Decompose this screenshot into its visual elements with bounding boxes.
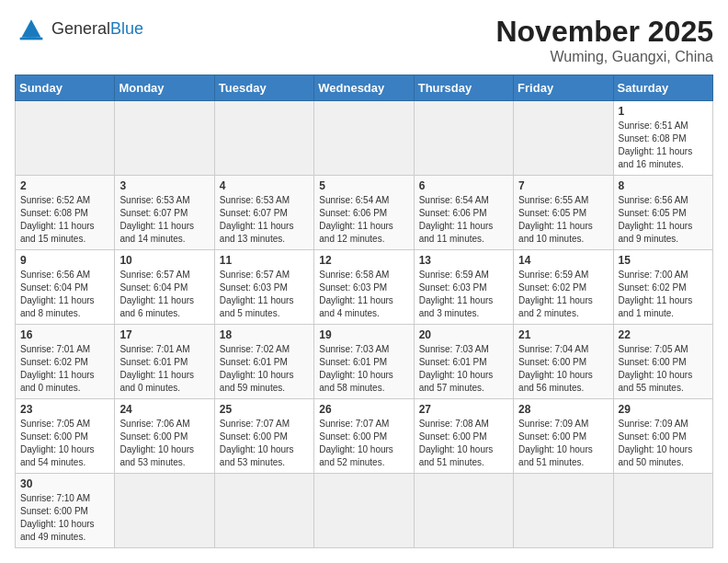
calendar-cell: 30Sunrise: 7:10 AMSunset: 6:00 PMDayligh… bbox=[16, 474, 115, 548]
day-info: Sunrise: 7:03 AMSunset: 6:01 PMDaylight:… bbox=[319, 343, 408, 395]
logo: GeneralBlue bbox=[15, 15, 143, 42]
day-info: Sunrise: 7:09 AMSunset: 6:00 PMDaylight:… bbox=[619, 418, 708, 469]
calendar-cell bbox=[214, 474, 313, 548]
day-info: Sunrise: 7:01 AMSunset: 6:02 PMDaylight:… bbox=[20, 343, 109, 395]
day-number: 12 bbox=[319, 254, 408, 267]
calendar-cell: 28Sunrise: 7:09 AMSunset: 6:00 PMDayligh… bbox=[514, 399, 613, 474]
day-info: Sunrise: 6:54 AMSunset: 6:06 PMDaylight:… bbox=[419, 194, 508, 246]
calendar-cell bbox=[514, 101, 613, 176]
day-number: 8 bbox=[619, 179, 708, 192]
day-number: 1 bbox=[619, 105, 708, 118]
day-number: 4 bbox=[220, 179, 309, 192]
week-row-1: 2Sunrise: 6:52 AMSunset: 6:08 PMDaylight… bbox=[16, 176, 713, 250]
day-number: 11 bbox=[220, 254, 309, 267]
calendar-cell: 24Sunrise: 7:06 AMSunset: 6:00 PMDayligh… bbox=[115, 399, 214, 474]
day-info: Sunrise: 7:10 AMSunset: 6:00 PMDaylight:… bbox=[20, 492, 109, 544]
calendar-cell: 20Sunrise: 7:03 AMSunset: 6:01 PMDayligh… bbox=[414, 325, 513, 399]
calendar-cell: 15Sunrise: 7:00 AMSunset: 6:02 PMDayligh… bbox=[613, 250, 712, 325]
day-number: 19 bbox=[319, 328, 408, 341]
day-number: 23 bbox=[20, 403, 109, 416]
day-info: Sunrise: 7:05 AMSunset: 6:00 PMDaylight:… bbox=[619, 343, 708, 395]
day-info: Sunrise: 7:05 AMSunset: 6:00 PMDaylight:… bbox=[20, 418, 109, 469]
day-number: 17 bbox=[119, 328, 209, 341]
calendar-cell: 23Sunrise: 7:05 AMSunset: 6:00 PMDayligh… bbox=[16, 399, 115, 474]
logo-text: GeneralBlue bbox=[51, 20, 143, 37]
day-number: 18 bbox=[220, 328, 309, 341]
calendar-cell: 10Sunrise: 6:57 AMSunset: 6:04 PMDayligh… bbox=[115, 250, 214, 325]
day-info: Sunrise: 7:06 AMSunset: 6:00 PMDaylight:… bbox=[119, 418, 209, 469]
calendar-cell bbox=[514, 474, 613, 548]
day-info: Sunrise: 7:03 AMSunset: 6:01 PMDaylight:… bbox=[419, 343, 508, 395]
calendar-cell: 19Sunrise: 7:03 AMSunset: 6:01 PMDayligh… bbox=[314, 325, 414, 399]
week-row-3: 16Sunrise: 7:01 AMSunset: 6:02 PMDayligh… bbox=[16, 325, 713, 399]
day-number: 5 bbox=[319, 179, 408, 192]
weekday-header-thursday: Thursday bbox=[414, 75, 513, 101]
calendar-cell: 22Sunrise: 7:05 AMSunset: 6:00 PMDayligh… bbox=[613, 325, 712, 399]
calendar-cell bbox=[314, 101, 414, 176]
day-info: Sunrise: 7:01 AMSunset: 6:01 PMDaylight:… bbox=[119, 343, 209, 395]
calendar-cell: 14Sunrise: 6:59 AMSunset: 6:02 PMDayligh… bbox=[514, 250, 613, 325]
calendar-cell: 8Sunrise: 6:56 AMSunset: 6:05 PMDaylight… bbox=[613, 176, 712, 250]
weekday-header-wednesday: Wednesday bbox=[314, 75, 414, 101]
calendar-cell: 11Sunrise: 6:57 AMSunset: 6:03 PMDayligh… bbox=[214, 250, 313, 325]
week-row-5: 30Sunrise: 7:10 AMSunset: 6:00 PMDayligh… bbox=[16, 474, 713, 548]
day-info: Sunrise: 7:07 AMSunset: 6:00 PMDaylight:… bbox=[319, 418, 408, 469]
calendar-cell bbox=[115, 101, 214, 176]
day-info: Sunrise: 6:57 AMSunset: 6:04 PMDaylight:… bbox=[119, 269, 209, 320]
weekday-header-monday: Monday bbox=[115, 75, 214, 101]
day-info: Sunrise: 7:04 AMSunset: 6:00 PMDaylight:… bbox=[518, 343, 608, 395]
day-number: 25 bbox=[220, 403, 309, 416]
calendar-cell: 29Sunrise: 7:09 AMSunset: 6:00 PMDayligh… bbox=[613, 399, 712, 474]
location-title: Wuming, Guangxi, China bbox=[495, 49, 713, 65]
calendar-cell bbox=[613, 474, 712, 548]
title-area: November 2025 Wuming, Guangxi, China bbox=[495, 15, 713, 65]
weekday-header-saturday: Saturday bbox=[613, 75, 712, 101]
day-number: 28 bbox=[518, 403, 608, 416]
calendar-cell: 18Sunrise: 7:02 AMSunset: 6:01 PMDayligh… bbox=[214, 325, 313, 399]
day-number: 24 bbox=[119, 403, 209, 416]
day-number: 14 bbox=[518, 254, 608, 267]
day-number: 22 bbox=[619, 328, 708, 341]
calendar-cell: 5Sunrise: 6:54 AMSunset: 6:06 PMDaylight… bbox=[314, 176, 414, 250]
calendar-cell: 16Sunrise: 7:01 AMSunset: 6:02 PMDayligh… bbox=[16, 325, 115, 399]
page-header: GeneralBlue November 2025 Wuming, Guangx… bbox=[15, 15, 713, 65]
weekday-header-sunday: Sunday bbox=[16, 75, 115, 101]
calendar-cell bbox=[414, 101, 513, 176]
logo-icon bbox=[15, 15, 48, 42]
calendar-cell: 2Sunrise: 6:52 AMSunset: 6:08 PMDaylight… bbox=[16, 176, 115, 250]
day-number: 9 bbox=[20, 254, 109, 267]
day-number: 6 bbox=[419, 179, 508, 192]
day-info: Sunrise: 7:08 AMSunset: 6:00 PMDaylight:… bbox=[419, 418, 508, 469]
calendar-cell: 21Sunrise: 7:04 AMSunset: 6:00 PMDayligh… bbox=[514, 325, 613, 399]
calendar-cell bbox=[414, 474, 513, 548]
calendar-cell: 9Sunrise: 6:56 AMSunset: 6:04 PMDaylight… bbox=[16, 250, 115, 325]
day-info: Sunrise: 6:59 AMSunset: 6:02 PMDaylight:… bbox=[518, 269, 608, 320]
week-row-4: 23Sunrise: 7:05 AMSunset: 6:00 PMDayligh… bbox=[16, 399, 713, 474]
calendar-table: SundayMondayTuesdayWednesdayThursdayFrid… bbox=[15, 75, 713, 548]
day-info: Sunrise: 6:57 AMSunset: 6:03 PMDaylight:… bbox=[220, 269, 309, 320]
calendar-cell: 1Sunrise: 6:51 AMSunset: 6:08 PMDaylight… bbox=[613, 101, 712, 176]
day-info: Sunrise: 6:51 AMSunset: 6:08 PMDaylight:… bbox=[619, 120, 708, 171]
day-number: 7 bbox=[518, 179, 608, 192]
day-info: Sunrise: 7:09 AMSunset: 6:00 PMDaylight:… bbox=[518, 418, 608, 469]
day-number: 29 bbox=[619, 403, 708, 416]
day-number: 26 bbox=[319, 403, 408, 416]
week-row-0: 1Sunrise: 6:51 AMSunset: 6:08 PMDaylight… bbox=[16, 101, 713, 176]
calendar-cell: 12Sunrise: 6:58 AMSunset: 6:03 PMDayligh… bbox=[314, 250, 414, 325]
day-info: Sunrise: 6:58 AMSunset: 6:03 PMDaylight:… bbox=[319, 269, 408, 320]
calendar-cell: 4Sunrise: 6:53 AMSunset: 6:07 PMDaylight… bbox=[214, 176, 313, 250]
day-number: 21 bbox=[518, 328, 608, 341]
calendar-cell bbox=[115, 474, 214, 548]
calendar-cell: 27Sunrise: 7:08 AMSunset: 6:00 PMDayligh… bbox=[414, 399, 513, 474]
calendar-cell: 6Sunrise: 6:54 AMSunset: 6:06 PMDaylight… bbox=[414, 176, 513, 250]
weekday-header-friday: Friday bbox=[514, 75, 613, 101]
day-info: Sunrise: 7:00 AMSunset: 6:02 PMDaylight:… bbox=[619, 269, 708, 320]
day-info: Sunrise: 6:52 AMSunset: 6:08 PMDaylight:… bbox=[20, 194, 109, 246]
day-info: Sunrise: 6:56 AMSunset: 6:04 PMDaylight:… bbox=[20, 269, 109, 320]
day-info: Sunrise: 6:53 AMSunset: 6:07 PMDaylight:… bbox=[119, 194, 209, 246]
day-number: 15 bbox=[619, 254, 708, 267]
day-number: 20 bbox=[419, 328, 508, 341]
day-info: Sunrise: 6:53 AMSunset: 6:07 PMDaylight:… bbox=[220, 194, 309, 246]
calendar-cell: 3Sunrise: 6:53 AMSunset: 6:07 PMDaylight… bbox=[115, 176, 214, 250]
day-number: 27 bbox=[419, 403, 508, 416]
